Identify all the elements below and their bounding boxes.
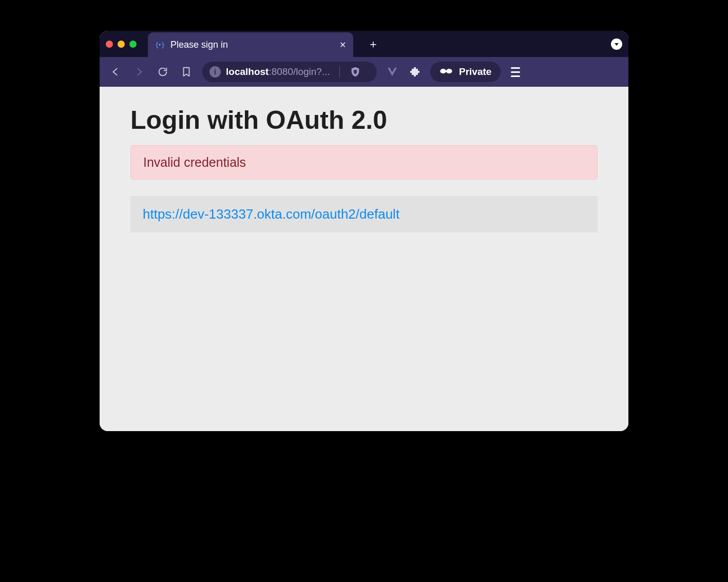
close-tab-button[interactable]: ✕: [339, 40, 346, 50]
minimize-window-button[interactable]: [118, 41, 125, 48]
svg-point-3: [440, 69, 446, 73]
reload-button[interactable]: [155, 64, 170, 80]
bookmark-button[interactable]: [179, 64, 194, 80]
site-info-icon[interactable]: i: [209, 66, 221, 77]
page-heading: Login with OAuth 2.0: [130, 105, 598, 135]
oauth-provider-row: https://dev-133337.okta.com/oauth2/defau…: [130, 196, 598, 232]
url-host: localhost: [226, 66, 269, 77]
extensions-icon[interactable]: [408, 65, 422, 79]
glasses-icon: [439, 66, 453, 78]
browser-tab[interactable]: {} Please sign in ✕: [148, 32, 353, 57]
private-label: Private: [459, 66, 491, 77]
private-mode-indicator[interactable]: Private: [430, 62, 501, 82]
close-window-button[interactable]: [106, 41, 113, 48]
oauth-provider-link[interactable]: https://dev-133337.okta.com/oauth2/defau…: [143, 206, 399, 222]
browser-window: {} Please sign in ✕ ＋ i localhost:8080/l…: [100, 31, 628, 431]
menu-button[interactable]: [509, 67, 522, 77]
svg-text:}: }: [161, 42, 164, 49]
error-text: Invalid credentials: [143, 155, 246, 169]
svg-point-4: [446, 69, 452, 73]
address-bar[interactable]: i localhost:8080/login?...: [202, 62, 377, 82]
svg-text:{: {: [155, 42, 159, 49]
url-text: localhost:8080/login?...: [226, 66, 330, 77]
brave-shields-icon[interactable]: [349, 66, 361, 78]
svg-rect-5: [446, 70, 447, 72]
url-divider: [339, 66, 340, 77]
tab-list-button[interactable]: [611, 38, 622, 50]
url-rest: :8080/login?...: [269, 66, 330, 77]
browser-toolbar: i localhost:8080/login?... Private: [100, 57, 628, 87]
vue-devtools-icon[interactable]: [385, 65, 399, 79]
tab-title: Please sign in: [170, 40, 333, 50]
titlebar: {} Please sign in ✕ ＋: [100, 31, 628, 57]
maximize-window-button[interactable]: [129, 41, 137, 48]
back-button[interactable]: [108, 64, 123, 80]
favicon-icon: {}: [155, 40, 164, 49]
new-tab-button[interactable]: ＋: [363, 34, 383, 54]
forward-button[interactable]: [131, 64, 147, 80]
error-alert: Invalid credentials: [130, 145, 598, 180]
svg-point-1: [159, 44, 161, 46]
page-content: Login with OAuth 2.0 Invalid credentials…: [100, 87, 628, 431]
window-controls: [106, 41, 137, 48]
